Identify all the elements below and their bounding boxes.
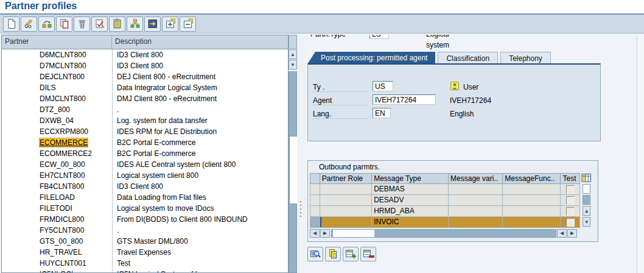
partner-id[interactable]: DXWB_04: [40, 116, 74, 125]
partner-row[interactable]: D6MCLNT800ID3 Client 800: [2, 49, 288, 60]
h-scroll-left-button[interactable]: ◀: [310, 229, 320, 238]
column-header-message-function[interactable]: MessageFunc..: [502, 173, 560, 184]
documentation-button[interactable]: [109, 16, 125, 32]
partner-id[interactable]: EH7CLNT800: [40, 171, 85, 180]
transport-button[interactable]: [144, 16, 161, 32]
column-header-message-variant[interactable]: Message vari..: [448, 173, 502, 184]
table-configuration-icon[interactable]: [581, 173, 592, 183]
partner-id[interactable]: ECCXRPM800: [40, 127, 88, 136]
partner-row[interactable]: FB4CLNT800ID3 Client 800: [2, 181, 288, 192]
scroll-up-button[interactable]: ▲: [289, 49, 297, 59]
tab-classification[interactable]: Classification: [438, 52, 498, 64]
scroll-down-button[interactable]: ▼: [289, 60, 297, 69]
ob-scroll-up-button[interactable]: ▲: [583, 206, 590, 216]
panel-splitter[interactable]: [297, 35, 306, 273]
partner-row[interactable]: D7MCLNT800ID3 Client 800: [2, 60, 288, 71]
outbound-row[interactable]: DESADV: [310, 195, 596, 206]
partner-id[interactable]: FILETODI: [40, 204, 72, 213]
insert-row-button[interactable]: [343, 247, 359, 261]
partner-row[interactable]: FILELOADData Loading from Flat files: [2, 192, 288, 203]
create-button[interactable]: [3, 16, 19, 32]
details-button[interactable]: [307, 247, 323, 261]
partner-row[interactable]: DTZ_800.: [2, 104, 288, 115]
copy-rows-button[interactable]: [325, 247, 341, 261]
type-field[interactable]: [373, 81, 393, 91]
h-scroll-track[interactable]: [331, 229, 556, 238]
delete-button[interactable]: [74, 16, 90, 32]
partner-id[interactable]: HR_TRAVEL: [40, 248, 82, 257]
partner-id[interactable]: FRMDICL800: [40, 215, 84, 224]
test-checkbox[interactable]: [566, 207, 575, 216]
partner-id[interactable]: FY5CLNT800: [40, 226, 84, 235]
partner-row[interactable]: IC5NLGCLIC5N Logical System of hm: [2, 269, 288, 273]
partner-id[interactable]: DEJCLNT800: [40, 73, 85, 81]
partner-id[interactable]: FILELOAD: [40, 193, 75, 202]
column-header-partner[interactable]: Partner: [2, 35, 112, 49]
partner-id[interactable]: IC5NLGCL: [40, 270, 75, 273]
copy-document-button[interactable]: [56, 16, 72, 32]
tab-telephony[interactable]: Telephony: [500, 52, 551, 64]
h-scroll-left-button-2[interactable]: ◀: [557, 229, 567, 238]
outbound-row[interactable]: INVOIC▼: [310, 217, 596, 228]
partner-row[interactable]: ECCXRPM800IDES RPM for ALE Distribution: [2, 126, 288, 137]
partner-row[interactable]: ECW_00_800IDES ALE Central system (clien…: [2, 159, 288, 170]
partner-id[interactable]: DILS: [40, 83, 56, 92]
partner-id[interactable]: DMJCLNT800: [40, 94, 86, 103]
partner-row[interactable]: DILSData Integrator Logical System: [2, 82, 288, 93]
test-checkbox[interactable]: [566, 218, 575, 227]
test-checkbox[interactable]: [566, 196, 575, 205]
partner-id-highlighted[interactable]: ECOMMERCE: [40, 138, 88, 147]
scrollbar-thumb[interactable]: [289, 136, 298, 204]
copy-button[interactable]: [38, 16, 55, 32]
tab-post-processing-permitted-agent[interactable]: Post processing: permitted agent: [307, 52, 435, 64]
column-header-description[interactable]: Description: [112, 35, 288, 49]
ob-scroll-thumb[interactable]: [583, 184, 590, 194]
hierarchy-button[interactable]: [127, 16, 143, 32]
partner-id[interactable]: DTZ_800: [40, 105, 70, 114]
test-checkbox[interactable]: [566, 185, 575, 194]
h-scroll-thumb[interactable]: [333, 230, 374, 237]
partner-id[interactable]: D7MCLNT800: [40, 62, 86, 70]
partner-row[interactable]: DXWB_04Log. system for data tansfer: [2, 115, 288, 126]
row-selector[interactable]: [310, 195, 320, 206]
partner-row[interactable]: FRMDICL800From DI(BODS) to Client 800 IN…: [2, 214, 288, 225]
splitter-handle-icon[interactable]: [300, 201, 302, 219]
partner-type-field[interactable]: [369, 35, 389, 39]
scrollbar-track[interactable]: [289, 71, 297, 273]
partner-id[interactable]: FB4CLNT800: [40, 182, 84, 191]
partner-row[interactable]: HR_TRAVELTravel Expenses: [2, 247, 288, 258]
partner-row[interactable]: DMJCLNT800DMJ Client 800 - eRecruitment: [2, 93, 288, 104]
ob-scroll-track[interactable]: [583, 195, 590, 205]
partner-row[interactable]: ECOMMERCEB2C Portal E-commerce: [2, 137, 288, 148]
language-field[interactable]: [373, 108, 391, 118]
partner-row[interactable]: FY5CLNT800.: [2, 225, 288, 236]
partner-id[interactable]: ECOMMERCE2: [40, 149, 92, 158]
partner-id[interactable]: HUYCLNT001: [40, 259, 86, 268]
check-button[interactable]: [91, 16, 108, 32]
h-scroll-right-button-2[interactable]: ▶: [567, 229, 577, 238]
partner-row[interactable]: ECOMMERCE2B2C Portal E-commerce: [2, 148, 288, 159]
delete-row-button[interactable]: [360, 247, 376, 261]
partner-id[interactable]: ECW_00_800: [40, 160, 85, 169]
h-scroll-right-button[interactable]: ▶: [320, 229, 330, 238]
collapse-button[interactable]: [180, 16, 196, 32]
expand-button[interactable]: [162, 16, 178, 32]
outbound-row[interactable]: DEBMAS: [310, 184, 596, 195]
partner-id[interactable]: GTS_00_800: [40, 237, 83, 246]
column-header-test[interactable]: Test: [560, 173, 580, 184]
ob-scroll-down-button[interactable]: ▼: [583, 217, 590, 227]
partner-row[interactable]: GTS_00_800GTS Master DML/800: [2, 236, 288, 247]
partner-row[interactable]: EH7CLNT800Logical system client 800: [2, 170, 288, 181]
outbound-row[interactable]: HRMD_ABA▲: [310, 206, 596, 217]
row-selector[interactable]: [310, 206, 320, 217]
row-selector[interactable]: [310, 184, 320, 195]
column-header-message-type[interactable]: Message Type: [371, 173, 448, 184]
partner-row[interactable]: HUYCLNT001Test: [2, 258, 288, 269]
partner-row[interactable]: DEJCLNT800DEJ Client 800 - eRecruitment: [2, 71, 288, 82]
row-selector[interactable]: [310, 217, 320, 228]
display-change-button[interactable]: [21, 16, 37, 32]
partner-id[interactable]: D6MCLNT800: [40, 51, 86, 59]
partner-row[interactable]: FILETODILogical system to move IDocs: [2, 203, 288, 214]
agent-field[interactable]: [373, 94, 436, 105]
column-header-partner-role[interactable]: Partner Role: [320, 173, 371, 184]
